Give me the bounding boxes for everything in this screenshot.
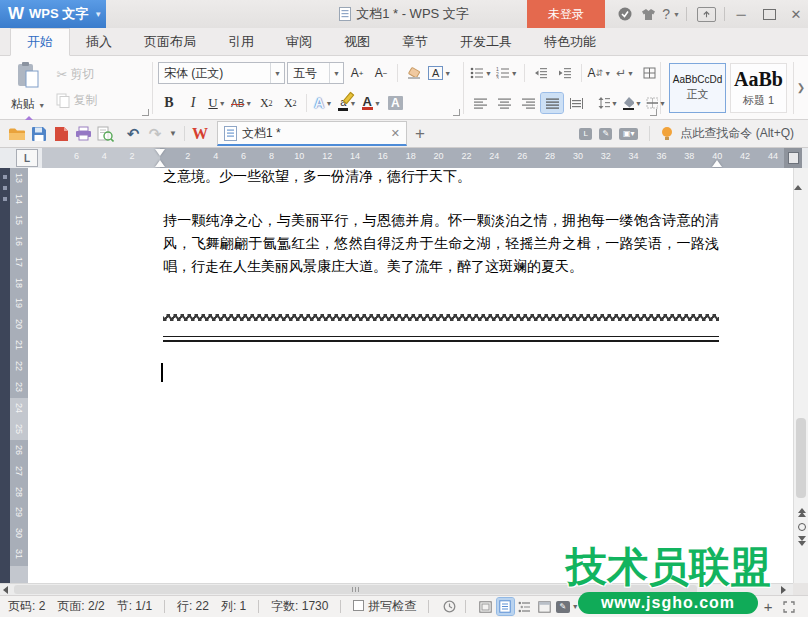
draw-table-button[interactable] — [638, 63, 660, 83]
minimize-button[interactable]: ─ — [728, 0, 754, 28]
redo-button[interactable]: ↷ — [144, 123, 166, 145]
paragraph-mark-button[interactable]: ↵▼ — [614, 63, 636, 83]
font-dialog-launcher[interactable] — [453, 109, 460, 116]
char-shading-button[interactable]: A — [384, 93, 406, 113]
font-size-select[interactable]: 五号▼ — [287, 62, 344, 84]
spellcheck-checkbox[interactable] — [353, 600, 364, 611]
v-ruler[interactable]: 13141516171819202122232425262728293031 — [10, 168, 28, 583]
numbering-button[interactable]: 1 2 3 ▼ — [495, 63, 519, 83]
scroll-right-arrow[interactable] — [781, 586, 786, 594]
close-button[interactable]: ✕ — [784, 0, 808, 28]
italic-button[interactable]: I — [182, 93, 204, 113]
tab-review[interactable]: 审阅 — [270, 29, 328, 55]
bold-button[interactable]: B — [158, 93, 180, 113]
status-word-count[interactable]: 字数: 1730 — [271, 598, 328, 615]
font-color-button[interactable]: A▼ — [360, 93, 382, 113]
tab-dev-tools[interactable]: 开发工具 — [444, 29, 528, 55]
cloud-sync-icon[interactable] — [612, 0, 638, 28]
spellcheck-toggle[interactable]: 拼写检查 — [353, 598, 416, 615]
bullets-button[interactable]: ▼ — [469, 63, 493, 83]
wps-home-icon[interactable]: W — [189, 123, 211, 145]
toolbar-options-button[interactable]: ▼ — [166, 123, 180, 145]
style-heading1[interactable]: AaBb 标题 1 — [730, 63, 787, 113]
styles-more-button[interactable]: ❯ — [793, 62, 808, 114]
paragraph-dialog-launcher[interactable] — [650, 109, 657, 116]
new-tab-button[interactable]: + — [415, 124, 425, 144]
tab-stop-selector[interactable]: L — [16, 149, 38, 167]
increase-font-button[interactable]: A+ — [346, 63, 368, 83]
view-more-modes-icon[interactable]: ✎ ▼ — [556, 598, 579, 615]
increase-indent-button[interactable] — [554, 63, 576, 83]
line-spacing-button[interactable]: ▼ — [597, 93, 619, 113]
maximize-button[interactable] — [756, 0, 782, 28]
horizontal-scrollbar[interactable] — [0, 583, 793, 595]
shading-button[interactable]: ▼ — [621, 93, 643, 113]
zoom-in-button[interactable]: + — [764, 598, 773, 615]
char-scale-button[interactable]: A⇵▼ — [587, 63, 612, 83]
superscript-button[interactable]: X2 — [255, 93, 277, 113]
zoom-value[interactable]: 100 — [592, 600, 612, 614]
find-command-hint[interactable]: 点此查找命令 (Alt+Q) — [680, 125, 794, 142]
vertical-scrollbar[interactable] — [793, 168, 808, 583]
open-button[interactable] — [6, 123, 28, 145]
fit-screen-icon[interactable] — [780, 598, 797, 615]
distribute-button[interactable] — [565, 93, 587, 113]
skin-theme-icon[interactable] — [636, 0, 660, 28]
horizontal-scroll-thumb[interactable] — [14, 585, 697, 594]
next-page-button[interactable] — [798, 541, 806, 546]
tab-reference[interactable]: 引用 — [212, 29, 270, 55]
align-justify-button[interactable] — [541, 93, 563, 113]
undo-button[interactable]: ↶ — [122, 123, 144, 145]
highlight-button[interactable]: a▼ — [336, 93, 358, 113]
decrease-font-button[interactable]: A− — [370, 63, 392, 83]
underline-button[interactable]: U▼ — [206, 93, 228, 113]
text-border-button[interactable]: A▼ — [427, 63, 452, 83]
clipboard-dialog-launcher[interactable] — [142, 109, 149, 116]
text-effects-button[interactable]: A▼ — [312, 93, 334, 113]
copy-button[interactable]: 复制 — [56, 92, 108, 109]
clear-format-button[interactable] — [403, 63, 425, 83]
first-line-indent-marker[interactable] — [155, 149, 165, 156]
previous-page-button[interactable] — [798, 512, 806, 517]
paragraph[interactable]: 持一颗纯净之心，与美丽平行，与恩德并肩。怀一颗淡泊之情，拥抱每一缕饱含诗意的清风… — [163, 209, 719, 278]
page-setup-icon[interactable] — [784, 148, 802, 168]
paragraph[interactable]: 之意境。少一些欲望，多一份清净，德行于天下。 — [163, 165, 719, 188]
view-outline-icon[interactable] — [517, 598, 534, 615]
scroll-left-arrow[interactable] — [3, 586, 8, 594]
view-page-layout-icon[interactable] — [497, 598, 514, 615]
close-tab-icon[interactable]: ✕ — [391, 127, 400, 140]
wps-app-menu-button[interactable]: W WPS 文字 ▼ — [0, 0, 106, 28]
align-center-button[interactable] — [493, 93, 515, 113]
decrease-indent-button[interactable] — [530, 63, 552, 83]
paste-button[interactable]: 粘贴 ▼ — [6, 61, 50, 113]
align-right-button[interactable] — [517, 93, 539, 113]
page-text[interactable]: 之意境。少一些欲望，多一份清净，德行于天下。 持一颗纯净之心，与美丽平行，与恩德… — [163, 165, 719, 278]
align-left-button[interactable] — [469, 93, 491, 113]
cut-button[interactable]: ✂ 剪切 — [56, 66, 108, 83]
login-button[interactable]: 未登录 — [527, 0, 605, 28]
view-fullscreen-icon[interactable] — [478, 598, 495, 615]
view-web-layout-icon[interactable] — [536, 598, 553, 615]
help-button[interactable]: ?▼ — [658, 0, 684, 28]
tab-page-layout[interactable]: 页面布局 — [128, 29, 212, 55]
save-button[interactable] — [28, 123, 50, 145]
tab-special-features[interactable]: 特色功能 — [528, 29, 612, 55]
select-browse-object-button[interactable] — [798, 523, 806, 531]
tab-insert[interactable]: 插入 — [70, 29, 128, 55]
more-panels-icon[interactable]: ▣▾ — [619, 128, 638, 140]
tab-view[interactable]: 视图 — [328, 29, 386, 55]
history-panel-icon[interactable]: L — [579, 128, 592, 140]
style-normal[interactable]: AaBbCcDd 正文 — [669, 63, 726, 113]
tab-home[interactable]: 开始 — [10, 28, 70, 56]
document-tab[interactable]: 文档1 * ✕ — [217, 121, 407, 146]
tab-section[interactable]: 章节 — [386, 29, 444, 55]
strikethrough-button[interactable]: AB▼ — [230, 93, 253, 113]
export-pdf-button[interactable] — [50, 123, 72, 145]
vertical-scroll-thumb[interactable] — [796, 418, 806, 498]
print-preview-button[interactable] — [94, 123, 116, 145]
scroll-up-arrow[interactable] — [794, 168, 802, 190]
print-button[interactable] — [72, 123, 94, 145]
ink-tool-icon[interactable]: ✎ — [599, 128, 612, 140]
recover-history-icon[interactable] — [441, 598, 458, 615]
font-name-select[interactable]: 宋体 (正文)▼ — [158, 62, 285, 84]
